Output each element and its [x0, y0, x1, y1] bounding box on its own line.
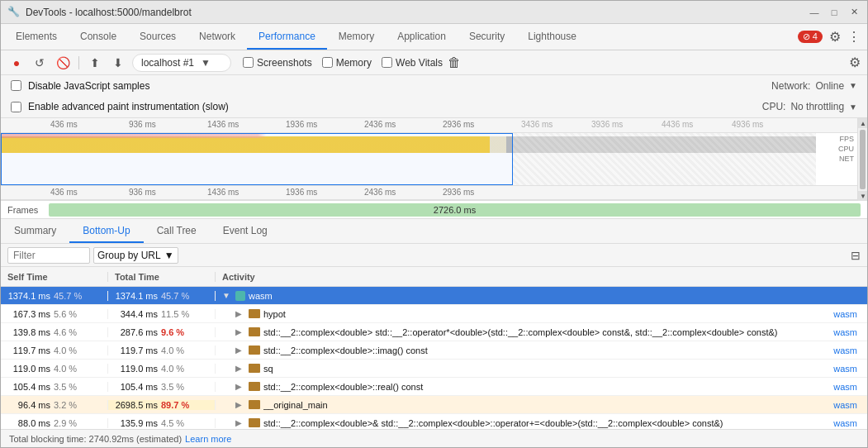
wasm-link[interactable]: wasm [833, 418, 861, 428]
disable-js-checkbox[interactable] [11, 80, 21, 91]
tab-console[interactable]: Console [69, 24, 128, 50]
table-row[interactable]: 88.0 ms 2.9 % 135.9 ms 4.5 % ▶ std::__2:… [1, 414, 867, 429]
tab-summary[interactable]: Summary [1, 219, 69, 243]
header-self-time[interactable]: Self Time [1, 272, 108, 282]
table-row[interactable]: 139.8 ms 4.6 % 287.6 ms 9.6 % ▶ std::__2… [1, 323, 867, 341]
bottom-tick-4: 1936 ms [286, 188, 317, 197]
scroll-thumb[interactable] [860, 130, 866, 189]
activity-name: hypot [263, 309, 830, 319]
table-row[interactable]: 119.7 ms 4.0 % 119.7 ms 4.0 % ▶ std::__2… [1, 341, 867, 360]
tab-call-tree[interactable]: Call Tree [144, 219, 210, 243]
tab-performance[interactable]: Performance [247, 24, 327, 50]
expand-arrow[interactable]: ▶ [235, 309, 245, 318]
scroll-up-button[interactable]: ▲ [858, 118, 868, 128]
table-row[interactable]: 105.4 ms 3.5 % 105.4 ms 3.5 % ▶ std::__2… [1, 378, 867, 396]
network-dropdown-icon[interactable]: ▼ [849, 81, 857, 90]
js-samples-option[interactable]: Disable JavaScript samples [11, 80, 149, 92]
memory-checkbox[interactable]: Memory [322, 57, 372, 69]
self-pct-value: 2.9 % [54, 418, 85, 428]
self-time-value: 88.0 ms [7, 418, 50, 428]
group-by-dropdown-icon[interactable]: ▼ [164, 250, 174, 261]
url-dropdown[interactable]: ▼ [201, 57, 211, 69]
panel-icon[interactable]: ⊟ [851, 249, 861, 262]
group-by-select[interactable]: Group by URL ▼ [93, 247, 178, 264]
cpu-label: CPU: [762, 101, 786, 112]
timeline-area: 436 ms 936 ms 1436 ms 1936 ms 2436 ms 29… [1, 118, 857, 201]
self-pct-value: 3.2 % [54, 400, 85, 410]
close-button[interactable]: ✕ [847, 6, 861, 19]
table-row[interactable]: 119.0 ms 4.0 % 119.0 ms 4.0 % ▶ sq wasm [1, 360, 867, 378]
ruler-tick-7: 3436 ms [521, 120, 553, 129]
screenshots-checkbox[interactable]: Screenshots [243, 57, 312, 69]
minimize-button[interactable]: — [808, 6, 821, 19]
wasm-icon [235, 291, 245, 301]
table-row[interactable]: 1374.1 ms 45.7 % 1374.1 ms 45.7 % ▼ wasm [1, 287, 867, 305]
cpu-dropdown-icon[interactable]: ▼ [849, 102, 857, 112]
perf-settings-icon[interactable]: ⚙ [849, 55, 861, 70]
timeline-ruler-top: 436 ms 936 ms 1436 ms 1936 ms 2436 ms 29… [1, 118, 857, 133]
tab-sources[interactable]: Sources [128, 24, 187, 50]
bottom-tick-1: 436 ms [50, 188, 78, 197]
expand-arrow[interactable]: ▶ [235, 364, 245, 373]
hatched-area [513, 133, 816, 185]
activity-name: sq [263, 364, 830, 374]
paint-option[interactable]: Enable advanced paint instrumentation (s… [11, 101, 229, 112]
frames-label: Frames [7, 205, 49, 215]
total-time-value: 135.9 ms [115, 418, 158, 428]
wasm-link[interactable]: wasm [833, 309, 861, 319]
expand-arrow[interactable]: ▶ [235, 382, 245, 391]
restore-button[interactable]: □ [828, 6, 841, 19]
expand-arrow[interactable]: ▶ [235, 418, 245, 427]
tab-event-log[interactable]: Event Log [210, 219, 281, 243]
tab-bottom-up[interactable]: Bottom-Up [69, 219, 143, 243]
table-row[interactable]: 167.3 ms 5.6 % 344.4 ms 11.5 % ▶ hypot w… [1, 305, 867, 323]
clear-recordings-button[interactable]: 🗑 [448, 55, 461, 70]
group-by-label: Group by URL [97, 250, 161, 261]
timeline-ruler-bottom: 436 ms 936 ms 1436 ms 1936 ms 2436 ms 29… [1, 185, 857, 200]
timeline-scrollbar[interactable]: ▲ ▼ [857, 118, 867, 201]
filter-input[interactable] [7, 247, 90, 264]
error-badge: ⊘ 4 [798, 31, 823, 43]
settings-icon[interactable]: ⚙ [829, 29, 841, 45]
web-vitals-checkbox[interactable]: Web Vitals [382, 57, 443, 69]
expand-arrow[interactable]: ▶ [235, 346, 245, 355]
self-pct-value: 5.6 % [54, 309, 85, 319]
tab-memory[interactable]: Memory [327, 24, 386, 50]
self-time-value: 96.4 ms [7, 400, 50, 410]
download-button[interactable]: ⬇ [109, 54, 127, 72]
self-pct-value: 3.5 % [54, 382, 85, 392]
total-time-value: 344.4 ms [115, 309, 158, 319]
learn-more-link[interactable]: Learn more [185, 434, 231, 444]
tab-elements[interactable]: Elements [4, 24, 69, 50]
tab-application[interactable]: Application [386, 24, 458, 50]
tab-security[interactable]: Security [458, 24, 516, 50]
scroll-down-button[interactable]: ▼ [858, 191, 868, 201]
wasm-link[interactable]: wasm [833, 400, 861, 410]
wasm-link[interactable]: wasm [833, 346, 861, 355]
more-icon[interactable]: ⋮ [847, 29, 861, 45]
wasm-link[interactable]: wasm [833, 364, 861, 374]
total-time-value: 119.7 ms [115, 346, 158, 355]
self-time-value: 167.3 ms [7, 309, 50, 319]
upload-button[interactable]: ⬆ [86, 54, 104, 72]
toolbar-divider-1 [78, 56, 79, 69]
expand-arrow[interactable]: ▶ [235, 400, 245, 409]
refresh-record-button[interactable]: ↺ [31, 54, 49, 72]
record-button[interactable]: ● [7, 54, 26, 72]
clear-button[interactable]: 🚫 [54, 54, 72, 72]
wasm-link[interactable]: wasm [833, 327, 861, 337]
expand-arrow[interactable]: ▼ [222, 291, 232, 300]
expand-arrow[interactable]: ▶ [235, 327, 245, 336]
self-time-value: 105.4 ms [7, 382, 50, 392]
tab-lighthouse[interactable]: Lighthouse [516, 24, 588, 50]
ruler-tick-5: 2436 ms [364, 120, 396, 129]
ruler-tick-8: 3936 ms [591, 120, 623, 129]
tab-network[interactable]: Network [187, 24, 247, 50]
header-total-time[interactable]: Total Time [108, 272, 216, 282]
folder-icon [249, 327, 260, 336]
main-tabs-right: ⊘ 4 ⚙ ⋮ [798, 24, 867, 50]
wasm-link[interactable]: wasm [833, 382, 861, 392]
table-row[interactable]: 96.4 ms 3.2 % 2698.5 ms 89.7 % ▶ __origi… [1, 396, 867, 414]
total-pct-value: 4.5 % [161, 418, 192, 428]
enable-paint-checkbox[interactable] [11, 102, 21, 112]
